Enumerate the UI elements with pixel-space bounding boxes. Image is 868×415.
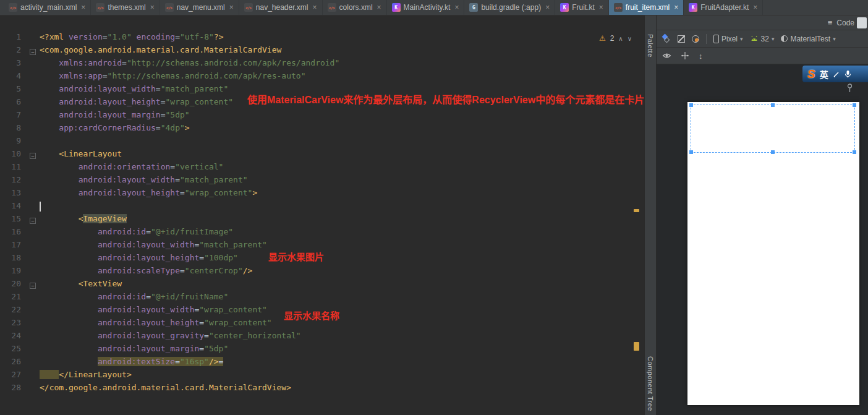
close-tab-icon[interactable]: × [674, 3, 678, 12]
fold-toggle-icon[interactable]: − [30, 49, 36, 55]
close-tab-icon[interactable]: × [599, 3, 603, 12]
close-tab-icon[interactable]: × [150, 3, 155, 12]
ime-language-toggle[interactable]: 英 [820, 68, 828, 80]
palette-stripe-button[interactable]: Palette [647, 34, 654, 58]
code-mode-button[interactable]: Code [836, 19, 854, 27]
warning-stripe-mark[interactable] [634, 209, 639, 212]
close-tab-icon[interactable]: × [229, 3, 234, 12]
split-mode-button[interactable] [857, 17, 867, 28]
line-number: 22 [0, 305, 28, 318]
editor-tab[interactable]: KFruit.kt× [555, 0, 609, 15]
code-line[interactable]: 14 [0, 201, 644, 214]
close-tab-icon[interactable]: × [753, 3, 757, 12]
kotlin-file-icon: K [392, 3, 401, 12]
theme-selector[interactable]: MaterialTest ▾ [781, 35, 835, 43]
editor-tab[interactable]: </>themes.xml× [91, 0, 160, 15]
code-line[interactable]: 19 android:scaleType="centerCrop"/> [0, 266, 644, 279]
warning-stripe-mark[interactable] [634, 342, 639, 351]
resize-handle[interactable] [771, 103, 775, 107]
editor-tab[interactable]: </>nav_header.xml× [239, 0, 323, 15]
line-number: 17 [0, 240, 28, 253]
close-tab-icon[interactable]: × [313, 3, 317, 12]
code-line[interactable]: 3 xmlns:android="http://schemas.android.… [0, 58, 644, 71]
code-line[interactable]: 4 xmlns:app="http://schemas.android.com/… [0, 71, 644, 84]
next-warning-button[interactable]: ∨ [628, 35, 632, 42]
code-line[interactable]: 16 android:id="@+id/fruitImage" [0, 227, 644, 240]
close-tab-icon[interactable]: × [454, 3, 459, 12]
line-number: 14 [0, 201, 28, 214]
editor-tab[interactable]: KFruitAdapter.kt× [684, 0, 763, 15]
line-number: 13 [0, 188, 28, 201]
ime-mic-icon[interactable] [845, 70, 851, 78]
close-tab-icon[interactable]: × [545, 3, 550, 12]
xml-file-icon: </> [96, 3, 104, 12]
code-line[interactable]: 8 app:cardCornerRadius="4dp"> [0, 123, 644, 136]
editor-tab[interactable]: </>activity_main.xml× [4, 0, 91, 15]
gutter-fold-column [28, 71, 40, 84]
code-line[interactable]: 20− <TextView [0, 279, 644, 292]
fold-toggle-icon[interactable]: − [30, 218, 36, 224]
code-line[interactable]: 26 android:textSize="16sp"/>= [0, 357, 644, 370]
theme-icon [781, 35, 788, 42]
code-line[interactable]: 27 </LinearLayout> [0, 370, 644, 383]
device-selector[interactable]: Pixel ▾ [713, 35, 743, 43]
align-icon[interactable] [681, 51, 689, 60]
editor-tab[interactable]: KMainActivity.kt× [387, 0, 465, 15]
resize-handle[interactable] [689, 103, 693, 107]
fold-toggle-icon[interactable]: − [30, 153, 36, 159]
line-number: 5 [0, 84, 28, 97]
gutter-fold-column [28, 370, 40, 383]
gutter-fold-column [28, 357, 40, 370]
expand-vertical-icon[interactable]: ↕ [699, 51, 703, 61]
editor-tab[interactable]: Gbuild.gradle (:app)× [464, 0, 555, 15]
resize-handle[interactable] [853, 150, 856, 154]
close-tab-icon[interactable]: × [81, 3, 85, 12]
code-line[interactable]: 28</com.google.android.material.card.Mat… [0, 383, 644, 396]
code-line[interactable]: 25 android:layout_margin="5dp" [0, 344, 644, 357]
red-annotation: 使用MaterialCarView来作为最外层布局，从而使得RecyclerVi… [247, 92, 644, 106]
line-number: 20 [0, 279, 28, 292]
code-line[interactable]: 9 [0, 136, 644, 149]
design-surface-icon[interactable] [662, 34, 671, 43]
line-number: 7 [0, 110, 28, 123]
code-line[interactable]: 21 android:id="@+id/fruitName" [0, 292, 644, 305]
gutter-fold-column: − [28, 214, 40, 227]
code-editor[interactable]: 1<?xml version="1.0" encoding="utf-8"?>2… [0, 15, 644, 415]
api-selector[interactable]: 32 ▾ [750, 35, 775, 43]
resize-handle[interactable] [853, 103, 856, 107]
code-line[interactable]: 10− <LinearLayout [0, 149, 644, 162]
code-line[interactable]: 1<?xml version="1.0" encoding="utf-8"?> [0, 32, 644, 45]
resize-handle[interactable] [689, 150, 693, 154]
close-tab-icon[interactable]: × [377, 3, 381, 12]
selected-view-highlight[interactable] [691, 105, 855, 153]
ime-toolbar: S 英 [802, 66, 868, 82]
view-options-eye-icon[interactable] [662, 51, 671, 60]
sogou-logo-icon[interactable]: S [807, 68, 815, 80]
code-line[interactable]: 2−<com.google.android.material.card.Mate… [0, 45, 644, 58]
color-actions-icon[interactable] [692, 35, 699, 43]
code-line[interactable]: 7 android:layout_margin="5dp" [0, 110, 644, 123]
resize-handle[interactable] [771, 150, 775, 154]
code-line[interactable]: 12 android:layout_width="match_parent" [0, 175, 644, 188]
code-line[interactable]: 15− <ImageView [0, 214, 644, 227]
ime-pen-icon[interactable] [833, 71, 840, 78]
code-line[interactable]: 24 android:layout_gravity="center_horizo… [0, 331, 644, 344]
code-lines[interactable]: 1<?xml version="1.0" encoding="utf-8"?>2… [0, 32, 644, 396]
line-number: 1 [0, 32, 28, 45]
code-line[interactable]: 11 android:orientation="vertical" [0, 162, 644, 175]
fold-toggle-icon[interactable]: − [30, 283, 36, 289]
prev-warning-button[interactable]: ∧ [618, 35, 623, 42]
pan-pin-icon[interactable] [846, 83, 853, 93]
editor-tab[interactable]: </>colors.xml× [323, 0, 387, 15]
component-tree-stripe-button[interactable]: Component Tree [647, 356, 654, 411]
editor-tab[interactable]: </>fruit_item.xml× [609, 0, 684, 15]
blueprint-toggle-icon[interactable] [678, 35, 685, 43]
line-number: 11 [0, 162, 28, 175]
editor-tab[interactable]: </>nav_menu.xml× [160, 0, 239, 15]
tab-label: nav_header.xml [256, 3, 308, 12]
code-line[interactable]: 13 android:layout_height="wrap_content"> [0, 188, 644, 201]
api-level-label: 32 [761, 35, 769, 43]
chevron-down-icon: ▾ [772, 36, 775, 42]
line-number: 10 [0, 149, 28, 162]
design-preview-canvas[interactable] [687, 102, 859, 405]
